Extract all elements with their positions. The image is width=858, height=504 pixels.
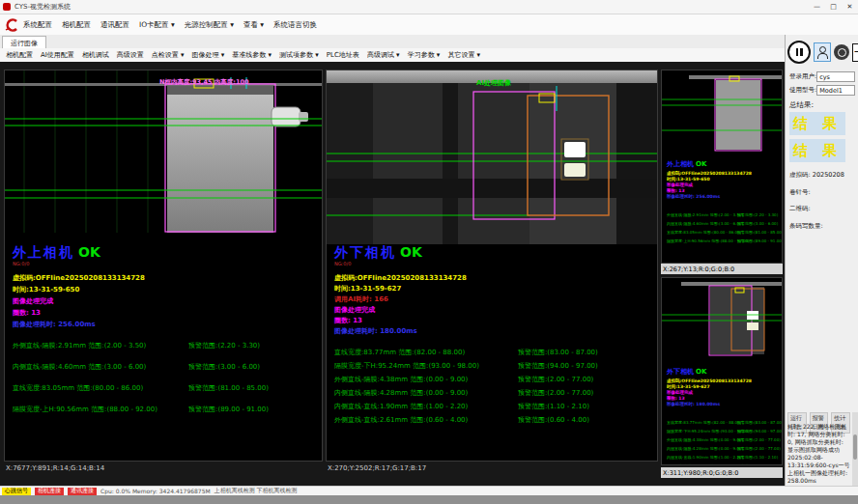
- measurement-list-lower: 直线宽度:83.77mm 范围:(82.00 - 88.00) 预警范围:(83…: [334, 340, 653, 421]
- status-bar: 心跳信号 相机连接 通讯连接 Cpu: 0.0% Memory: 3424.41…: [0, 486, 858, 495]
- ng-counter: NG:0/0: [13, 261, 29, 266]
- cursor-readout-thumb-bottom: X:311;Y:980;R:0;G:0;B:0: [661, 467, 783, 478]
- log-output: 耗时: 222, 网络检测耗时: 17, 网络分类耗时: 0, 网络抓取分类耗时…: [787, 423, 850, 484]
- virtual-code-line: 虚拟码:OFFIine20250208133134728: [667, 171, 752, 176]
- time-line: 时间:13-31-59-627: [334, 284, 401, 294]
- login-user-field[interactable]: cys: [816, 71, 855, 82]
- measurement-warn-range: 预警范围:(81.00 - 85.00): [188, 383, 269, 393]
- camera-panel-lower: AI处理图像 外下相机OK NG:0/0 虚拟码:OFFIine20250208…: [326, 70, 658, 462]
- log-scrollbar[interactable]: [852, 412, 858, 486]
- thumbnail-view-bottom[interactable]: [662, 278, 782, 363]
- tab-strip: 运行图像: [0, 35, 785, 49]
- cycle-count-line: 圈数: 13: [334, 316, 362, 325]
- result-ok: OK: [78, 244, 100, 260]
- tool-bar: 相机配置AI使用配置相机调试高级设置点检设置 ▾图像处理 ▾基准线参数 ▾测试项…: [0, 48, 785, 63]
- window-title: CYS-视觉检测系统: [14, 2, 71, 12]
- virtual-code-field: 虚拟码: 20250208: [789, 171, 844, 180]
- maximize-button[interactable]: □: [825, 1, 842, 14]
- camera-view-lower[interactable]: [327, 70, 657, 244]
- elapsed-line: 图像处理耗时: 180.00ms: [334, 326, 417, 336]
- measurement-row: 隔膜宽度-上H:90.56mm 范围:(88.00 - 92.00) 预警范围:…: [667, 228, 780, 237]
- toolbar-item[interactable]: PLC地址表: [327, 50, 359, 60]
- bottom-edge: [0, 495, 858, 504]
- qr-code-field: 二维码:: [789, 205, 811, 213]
- measurement-row: 隔膜宽度-下H:95.24mm 范围:(93.00 - 98.00) 预警范围:…: [667, 418, 780, 427]
- measurement-value: 隔膜宽度-上H:90.56mm 范围:(88.00 - 92.00): [13, 405, 184, 414]
- title-bar: CYS-视觉检测系统 — □ ✕: [0, 0, 858, 14]
- measurement-value: 外侧直线-直线:2.61mm 范围:(0.60 - 4.00): [334, 415, 513, 425]
- user-icon-body: [817, 53, 828, 59]
- model-field[interactable]: Model1: [816, 85, 855, 96]
- measurement-row: 内侧直线-直线:1.90mm 范围:(1.00 - 2.20) 预警范围:(1.…: [334, 394, 653, 407]
- toolbar-item[interactable]: 相机配置: [6, 50, 33, 60]
- thumbnail-title: 外上相机OK: [667, 159, 706, 169]
- camera-view-upper[interactable]: [5, 70, 322, 233]
- measurement-row: 直线宽度:83.77mm 范围:(82.00 - 88.00) 预警范围:(83…: [334, 340, 653, 353]
- measurement-warn-range: 预警范围:(89.00 - 91.00): [737, 238, 783, 243]
- measurement-row: 直线宽度:83.77mm 范围:(82.00 - 88.00) 预警范围:(83…: [667, 409, 780, 418]
- app-icon: [3, 3, 11, 11]
- comm-connect-badge: 通讯连接: [68, 488, 97, 495]
- menu-item[interactable]: IO卡配置 ▾: [139, 20, 175, 30]
- toolbar-item[interactable]: 图像处理 ▾: [192, 50, 225, 60]
- scrollbar-thumb[interactable]: [853, 434, 857, 460]
- virtual-code-line: 虚拟码:OFFIine20250208133134728: [667, 378, 752, 383]
- menu-item[interactable]: 相机配置: [62, 20, 91, 30]
- measurement-warn-range: 预警范围:(2.20 - 3.30): [188, 341, 260, 350]
- minimize-button[interactable]: —: [809, 1, 825, 14]
- record-button[interactable]: [834, 44, 849, 60]
- elapsed-line: 图像处理耗时: 180.00ms: [667, 402, 720, 406]
- measurement-warn-range: 预警范围:(0.60 - 4.00): [737, 463, 778, 465]
- menu-item[interactable]: 通讯配置: [100, 20, 129, 30]
- app-window: CYS-视觉检测系统 — □ ✕ 系统配置相机配置通讯配置IO卡配置 ▾光源控制…: [0, 0, 858, 504]
- roll-pin-field: 卷针号:: [789, 188, 811, 197]
- toolbar-item[interactable]: 相机调试: [82, 50, 109, 60]
- process-done-line: 图像处理完成: [334, 305, 375, 315]
- measurement-row: 外侧直线-隔膜:2.91mm 范围:(2.00 - 3.50) 预警范围:(2.…: [13, 333, 318, 354]
- cpu-memory-readout: Cpu: 0.0% Memory: 3424.41796875M: [100, 488, 211, 494]
- time-line: 时间:13-31-59-650: [667, 177, 710, 182]
- measurement-row: 外侧直线-隔膜:2.91mm 范围:(2.00 - 3.50) 预警范围:(2.…: [667, 202, 780, 210]
- toolbar-item[interactable]: 基准线参数 ▾: [232, 50, 272, 60]
- exit-button[interactable]: →: [852, 43, 858, 62]
- barcode-count-field: 条码写数量:: [789, 222, 823, 231]
- measurement-value: 隔膜宽度-上H:90.56mm 范围:(88.00 - 92.00): [667, 238, 732, 243]
- side-panel: → 登录用户: cys 使用型号: Model1 总结果: 结 果 结 果 虚拟…: [785, 35, 858, 486]
- ai-elapsed-line: 调用AI耗时: 166: [334, 294, 388, 304]
- toolbar-item[interactable]: 测试项参数 ▾: [279, 50, 319, 60]
- cursor-readout-lower: X:270;Y:2502;R:17;G:17;B:17: [328, 464, 426, 472]
- toolbar-item[interactable]: 学习参数 ▾: [408, 50, 441, 60]
- measurement-warn-range: 预警范围:(89.00 - 91.00): [188, 405, 269, 414]
- menu-item[interactable]: 光源控制配置 ▾: [185, 20, 234, 30]
- camera-connect-badge: 相机连接: [35, 488, 64, 495]
- ng-counter: NG:0/0: [334, 261, 351, 266]
- cycle-count-line: 圈数: 13: [667, 188, 685, 193]
- close-button[interactable]: ✕: [842, 1, 858, 14]
- toolbar-item[interactable]: AI使用配置: [41, 50, 74, 60]
- measurement-value: 外侧直线-隔膜:2.91mm 范围:(2.00 - 3.50): [13, 341, 184, 350]
- menu-item[interactable]: 系统配置: [23, 20, 52, 30]
- user-login-button[interactable]: [814, 42, 831, 62]
- measurement-value: 直线宽度:83.05mm 范围:(80.00 - 86.00): [13, 383, 184, 393]
- measurement-value: 内侧直线-隔膜:4.60mm 范围:(3.00 - 6.00): [13, 362, 184, 372]
- measurement-row: 外侧直线-直线:2.61mm 范围:(0.60 - 4.00) 预警范围:(0.…: [667, 453, 780, 462]
- toolbar-item[interactable]: 点检设置 ▾: [152, 50, 185, 60]
- record-icon: [838, 48, 846, 57]
- measurement-row: 直线宽度:83.05mm 范围:(80.00 - 86.00) 预警范围:(81…: [667, 219, 780, 228]
- measurement-value: 外侧直线-直线:2.61mm 范围:(0.60 - 4.00): [667, 463, 732, 465]
- cursor-readout-thumb-top: X:267;Y:13;R:0;G:0;B:0: [661, 264, 783, 274]
- tab-run-image[interactable]: 运行图像: [2, 36, 46, 49]
- measurement-row: 外侧直线-隔膜:4.38mm 范围:(0.00 - 9.00) 预警范围:(2.…: [334, 367, 653, 380]
- result-ok: OK: [696, 160, 706, 168]
- toolbar-item[interactable]: 高级调试 ▾: [367, 50, 400, 60]
- toolbar-item[interactable]: 高级设置: [117, 50, 144, 60]
- model-row: 使用型号: Model1: [789, 85, 855, 96]
- menu-item[interactable]: 系统语言切换: [273, 20, 317, 30]
- menu-item[interactable]: 查看 ▾: [243, 20, 264, 30]
- measurement-row: 外侧直线-隔膜:4.38mm 范围:(0.00 - 9.00) 预警范围:(2.…: [667, 427, 780, 435]
- workspace: N框内高度:93,45 内高度:100 外上相机OK NG:0/0 虚拟码:OF…: [0, 62, 785, 486]
- pause-button[interactable]: [787, 41, 811, 64]
- field-value: 20250208: [813, 171, 844, 179]
- toolbar-item[interactable]: 其它设置 ▾: [447, 50, 480, 60]
- thumbnail-view-top[interactable]: [662, 70, 782, 157]
